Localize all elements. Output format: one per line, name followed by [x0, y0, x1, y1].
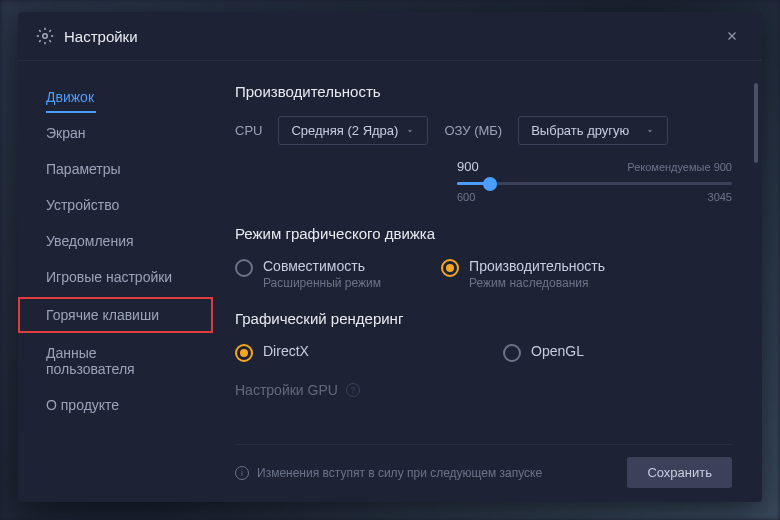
- gpu-title: Настройки GPU: [235, 382, 338, 398]
- cpu-select[interactable]: Средняя (2 Ядра): [278, 116, 428, 145]
- nav-notifications[interactable]: Уведомления: [18, 223, 213, 259]
- ram-slider[interactable]: [457, 182, 732, 185]
- chevron-down-icon: [645, 126, 655, 136]
- footer: i Изменения вступят в силу при следующем…: [235, 444, 732, 488]
- radio-compat[interactable]: Совместимость Расширенный режим: [235, 258, 381, 290]
- close-button[interactable]: [720, 24, 744, 48]
- rendering-title: Графический рендеринг: [235, 310, 732, 327]
- content-panel: Производительность CPU Средняя (2 Ядра) …: [213, 61, 762, 502]
- ram-label: ОЗУ (МБ): [444, 123, 502, 138]
- nav-params[interactable]: Параметры: [18, 151, 213, 187]
- slider-max: 3045: [708, 191, 732, 203]
- svg-point-0: [43, 34, 48, 39]
- ram-select[interactable]: Выбрать другую: [518, 116, 668, 145]
- radio-directx-label: DirectX: [263, 343, 443, 359]
- help-icon[interactable]: ?: [346, 383, 360, 397]
- cpu-label: CPU: [235, 123, 262, 138]
- sidebar: Движок Экран Параметры Устройство Уведом…: [18, 61, 213, 502]
- radio-opengl[interactable]: OpenGL: [503, 343, 584, 362]
- cpu-value: Средняя (2 Ядра): [291, 123, 398, 138]
- radio-icon: [503, 344, 521, 362]
- radio-perf-sub: Режим наследования: [469, 276, 605, 290]
- radio-perf-label: Производительность: [469, 258, 605, 274]
- radio-compat-sub: Расширенный режим: [263, 276, 381, 290]
- nav-hotkeys[interactable]: Горячие клавиши: [18, 297, 213, 333]
- gear-icon: [36, 27, 54, 45]
- engine-mode-title: Режим графического движка: [235, 225, 732, 242]
- chevron-down-icon: [405, 126, 415, 136]
- restart-notice: Изменения вступят в силу при следующем з…: [257, 466, 542, 480]
- nav-userdata[interactable]: Данные пользователя: [18, 335, 213, 387]
- perf-title: Производительность: [235, 83, 732, 100]
- nav-game-settings[interactable]: Игровые настройки: [18, 259, 213, 295]
- slider-value: 900: [457, 159, 479, 174]
- nav-about[interactable]: О продукте: [18, 387, 213, 423]
- slider-recommended: Рекомендуемые 900: [627, 161, 732, 173]
- radio-directx[interactable]: DirectX: [235, 343, 443, 362]
- settings-modal: Настройки Движок Экран Параметры Устройс…: [18, 12, 762, 502]
- radio-icon: [235, 259, 253, 277]
- nav-device[interactable]: Устройство: [18, 187, 213, 223]
- modal-title: Настройки: [64, 28, 720, 45]
- radio-icon: [235, 344, 253, 362]
- close-icon: [725, 29, 739, 43]
- slider-min: 600: [457, 191, 475, 203]
- radio-perf[interactable]: Производительность Режим наследования: [441, 258, 605, 290]
- radio-compat-label: Совместимость: [263, 258, 381, 274]
- ram-value: Выбрать другую: [531, 123, 629, 138]
- slider-thumb[interactable]: [483, 177, 497, 191]
- save-button[interactable]: Сохранить: [627, 457, 732, 488]
- info-icon: i: [235, 466, 249, 480]
- scrollbar[interactable]: [754, 83, 758, 163]
- radio-opengl-label: OpenGL: [531, 343, 584, 359]
- titlebar: Настройки: [18, 12, 762, 61]
- gpu-settings: Настройки GPU ?: [235, 382, 732, 398]
- nav-engine[interactable]: Движок: [18, 79, 213, 115]
- nav-screen[interactable]: Экран: [18, 115, 213, 151]
- radio-icon: [441, 259, 459, 277]
- ram-slider-block: 900 Рекомендуемые 900 600 3045: [457, 159, 732, 203]
